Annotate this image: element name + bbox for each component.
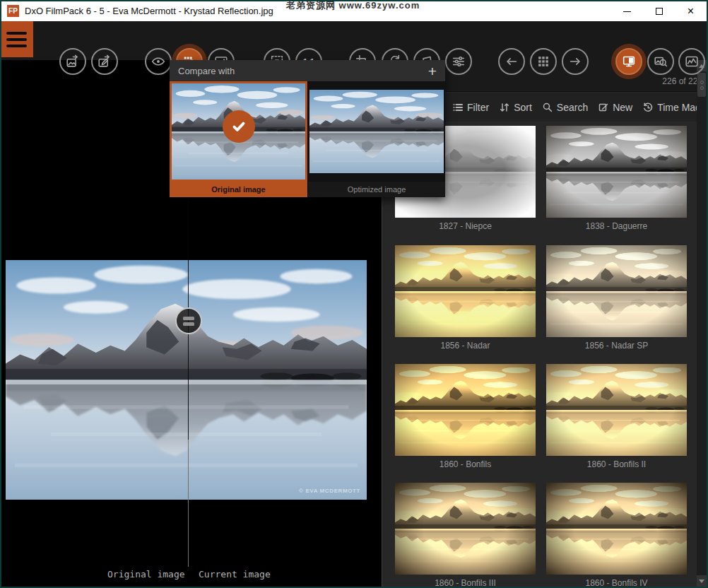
split-labels: Original image Current image	[0, 569, 382, 584]
filter-list-icon	[452, 102, 464, 113]
new-preset-icon	[598, 102, 609, 113]
preset-nadar[interactable]: 1856 - Nadar	[395, 245, 536, 351]
main-photo: © EVA MCDERMOTT	[6, 260, 367, 500]
preset-bonfils[interactable]: 1860 - Bonfils	[395, 364, 536, 469]
preset-bonfils-4[interactable]: 1860 - Bonfils IV	[546, 483, 687, 588]
histogram-icon	[684, 54, 700, 69]
grid-icon	[536, 54, 551, 69]
maximize-icon	[656, 8, 663, 15]
preset-scrollbar[interactable]	[697, 60, 707, 587]
scroll-down-icon	[699, 580, 704, 583]
preset-label: 1856 - Nadar SP	[546, 341, 687, 351]
compare-with-panel: Compare with + Original image Optimized …	[170, 60, 445, 197]
titlebar: FP DxO FilmPack 6 - 5 - Eva McDermott - …	[0, 0, 708, 21]
close-icon: ×	[688, 6, 694, 17]
arrow-right-icon	[567, 54, 583, 69]
new-label: New	[613, 102, 632, 113]
scroll-down-button[interactable]	[697, 575, 707, 587]
compare-item-optimized[interactable]: Optimized image	[307, 81, 445, 197]
compare-item-original[interactable]: Original image	[170, 81, 307, 197]
scrollbar-thumb[interactable]	[697, 73, 706, 97]
preset-bonfils-2[interactable]: 1860 - Bonfils II	[546, 364, 687, 469]
nav-forward-button[interactable]	[562, 48, 589, 75]
preset-daguerre[interactable]: 1838 - Daguerre	[546, 126, 687, 231]
preset-label: 1860 - Bonfils II	[546, 459, 687, 469]
maximize-button[interactable]	[643, 1, 675, 21]
preset-label: 1838 - Daguerre	[546, 221, 687, 231]
export-image-icon	[65, 54, 81, 69]
compare-item-label: Original image	[170, 182, 307, 197]
toolbar: 1:1 90°	[0, 21, 708, 60]
loupe-button[interactable]	[647, 48, 674, 75]
search-button[interactable]: Search	[542, 102, 588, 113]
adjustments-button[interactable]	[445, 48, 472, 75]
split-compare-handle[interactable]	[175, 307, 202, 334]
export-edit-icon	[97, 54, 112, 69]
adjustments-icon	[451, 54, 466, 69]
sort-label: Sort	[514, 102, 532, 113]
preset-bonfils-3[interactable]: 1860 - Bonfils III	[395, 483, 536, 588]
compare-panel-header: Compare with +	[170, 60, 445, 81]
preset-label: 1856 - Nadar	[395, 341, 536, 351]
app-logo: FP	[7, 5, 19, 17]
watermark-text: 老弟资源网 www.69zyw.com	[286, 0, 420, 12]
loupe-icon	[653, 54, 668, 69]
compare-item-label: Optimized image	[308, 182, 445, 197]
split-divider-line-lower	[188, 440, 189, 567]
filter-button[interactable]: Filter	[452, 102, 489, 113]
preset-label: 1827 - Niepce	[395, 221, 536, 231]
filter-label: Filter	[467, 102, 489, 113]
export-image-button[interactable]	[59, 48, 86, 75]
photo-copyright: © EVA MCDERMOTT	[299, 488, 360, 494]
window-title: DxO FilmPack 6 - 5 - Eva McDermott - Kry…	[25, 6, 273, 16]
hamburger-icon	[6, 32, 27, 35]
selected-check-badge	[223, 110, 255, 143]
sort-icon	[499, 102, 510, 113]
histogram-button[interactable]	[678, 48, 705, 75]
arrow-left-icon	[504, 54, 519, 69]
time-machine-icon	[642, 102, 654, 113]
add-compare-button[interactable]: +	[428, 64, 437, 78]
sort-button[interactable]: Sort	[499, 102, 532, 113]
preset-label: 1860 - Bonfils III	[395, 578, 536, 588]
search-label: Search	[557, 102, 588, 113]
hamburger-menu-button[interactable]	[0, 21, 33, 57]
preset-nadar-sp[interactable]: 1856 - Nadar SP	[546, 245, 687, 351]
preset-label: 1860 - Bonfils	[395, 459, 536, 469]
monitor-icon	[621, 54, 637, 69]
search-icon	[542, 102, 553, 113]
browse-grid-button[interactable]	[530, 48, 557, 75]
split-label-current: Current image	[199, 569, 271, 580]
nav-back-button[interactable]	[498, 48, 525, 75]
preset-label: 1860 - Bonfils IV	[546, 578, 687, 588]
preview-eye-button[interactable]	[145, 48, 172, 75]
split-label-original: Original image	[107, 569, 185, 580]
minimize-icon	[623, 11, 631, 12]
compare-panel-body: Original image Optimized image	[170, 81, 445, 197]
compare-panel-title: Compare with	[178, 66, 428, 76]
display-mode-button[interactable]	[615, 48, 642, 75]
new-preset-button[interactable]: New	[598, 102, 632, 113]
eye-icon	[151, 54, 166, 69]
app-window: FP DxO FilmPack 6 - 5 - Eva McDermott - …	[0, 0, 708, 588]
window-controls: ×	[611, 1, 707, 21]
minimize-button[interactable]	[611, 1, 643, 21]
close-button[interactable]: ×	[675, 1, 707, 21]
export-edit-button[interactable]	[91, 48, 118, 75]
